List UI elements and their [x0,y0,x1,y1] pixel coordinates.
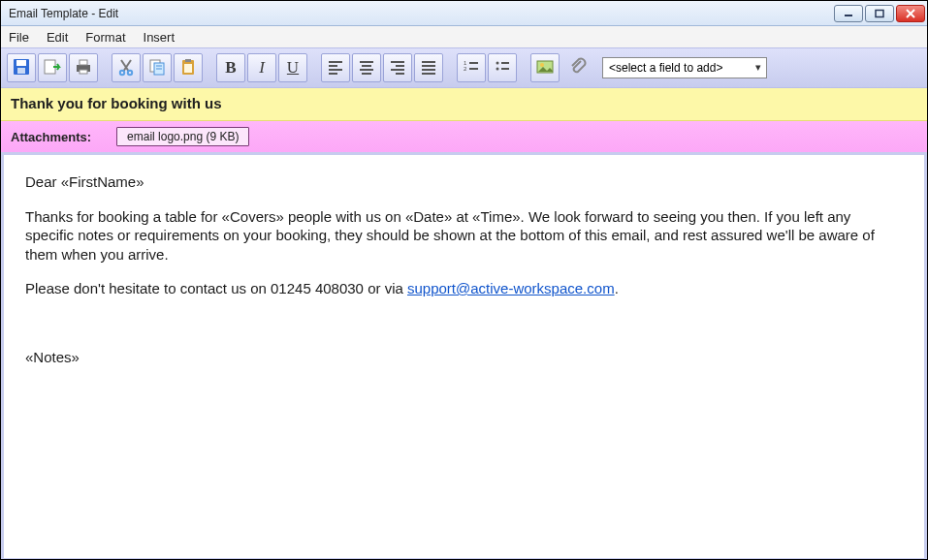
insert-image-button[interactable] [530,53,560,82]
align-right-button[interactable] [383,53,412,82]
svg-rect-6 [17,68,25,74]
align-justify-button[interactable] [414,53,443,82]
support-email-link[interactable]: support@active-workspace.com [407,280,615,296]
underline-icon: U [287,58,299,78]
copy-icon [147,57,167,79]
bold-button[interactable]: B [216,53,245,82]
attach-icon [568,57,588,79]
svg-rect-5 [16,60,26,66]
body-notes: «Notes» [25,348,903,367]
menu-edit[interactable]: Edit [47,30,68,45]
window-title: Email Template - Edit [9,7,832,20]
subject-bar[interactable]: Thank you for booking with us [1,88,927,121]
menu-bar: File Edit Format Insert [1,26,927,47]
svg-point-43 [496,67,499,70]
save-button[interactable] [7,53,36,82]
bullet-list-icon [493,57,512,79]
underline-button[interactable]: U [278,53,307,82]
italic-button[interactable]: I [247,53,276,82]
svg-rect-1 [876,10,883,16]
field-selector-label: <select a field to add> [609,61,722,75]
bold-icon: B [225,58,236,78]
print-icon [74,57,93,79]
numbered-list-button[interactable]: 12 [457,53,486,82]
menu-insert[interactable]: Insert [144,30,176,45]
body-wrap: Dear «FirstName» Thanks for booking a ta… [1,152,927,560]
attach-button[interactable] [563,53,592,82]
body-greeting: Dear «FirstName» [25,172,903,192]
print-button[interactable] [69,53,98,82]
svg-text:2: 2 [464,66,467,72]
align-center-icon [357,57,376,79]
menu-format[interactable]: Format [85,30,125,45]
attachments-label: Attachments: [11,130,91,144]
attachment-chip[interactable]: email logo.png (9 KB) [116,127,249,146]
paste-icon [178,57,198,79]
body-para1: Thanks for booking a table for «Covers» … [25,207,903,264]
menu-file[interactable]: File [9,30,29,45]
align-right-icon [388,57,407,79]
svg-rect-10 [80,70,87,74]
email-body-editor[interactable]: Dear «FirstName» Thanks for booking a ta… [4,155,924,558]
svg-point-42 [496,61,499,64]
field-selector-dropdown[interactable]: <select a field to add> [602,57,767,78]
align-center-button[interactable] [352,53,381,82]
numbered-list-icon: 12 [462,57,481,79]
window-close-button[interactable] [896,5,925,22]
window-minimize-button[interactable] [834,5,863,22]
italic-icon: I [259,58,265,78]
save-next-icon [43,57,62,79]
svg-point-47 [540,63,544,67]
align-left-icon [326,57,345,79]
svg-rect-9 [80,60,87,65]
svg-point-14 [128,70,132,74]
cut-button[interactable] [112,53,141,82]
toolbar: B I U 12 <select a field to add> [1,47,927,88]
bullet-list-button[interactable] [488,53,517,82]
body-para2: Please don't hesitate to contact us on 0… [25,279,903,298]
svg-rect-21 [184,64,192,73]
save-icon [12,57,31,79]
copy-button[interactable] [143,53,172,82]
cut-icon [116,57,136,79]
subject-text: Thank you for booking with us [11,95,222,111]
align-left-button[interactable] [321,53,350,82]
save-next-button[interactable] [38,53,67,82]
window-maximize-button[interactable] [865,5,894,22]
paste-button[interactable] [174,53,203,82]
svg-point-13 [120,70,124,74]
attachments-bar: Attachments: email logo.png (9 KB) [1,121,927,152]
image-icon [535,57,555,79]
align-justify-icon [419,57,438,79]
svg-rect-20 [185,59,191,62]
window-titlebar: Email Template - Edit [1,1,927,26]
